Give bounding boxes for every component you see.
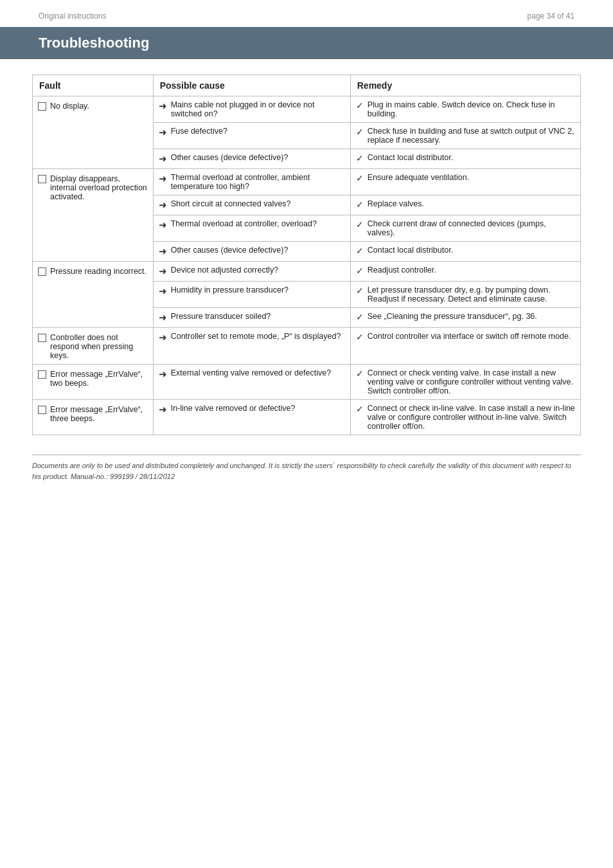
remedy-cell: ✓Ensure adequate ventilation. [350, 169, 580, 195]
table-row: Display disappears, internal overload pr… [33, 169, 581, 195]
fault-checkbox[interactable] [38, 175, 46, 183]
cause-text: Short circuit at connected valves? [171, 199, 291, 208]
remedy-text: Check fuse in building and fuse at switc… [368, 127, 575, 145]
remedy-text: Readjust controller. [368, 266, 436, 275]
remedy-row: ✓Check fuse in building and fuse at swit… [356, 127, 575, 145]
remedy-cell: ✓Readjust controller. [350, 262, 580, 282]
fault-content: Controller does not respond when pressin… [38, 333, 148, 360]
cause-row: ➜Pressure transducer soiled? [159, 312, 345, 323]
check-icon: ✓ [356, 153, 364, 163]
remedy-row: ✓Plug in mains cable. Switch device on. … [356, 100, 575, 118]
cause-row: ➜Mains cable not plugged in or device no… [159, 100, 345, 118]
remedy-text: Connect or check in-line valve. In case … [368, 404, 575, 431]
col-fault: Fault [33, 75, 154, 96]
arrow-icon: ➜ [159, 199, 167, 211]
cause-row: ➜Fuse defective? [159, 127, 345, 138]
arrow-icon: ➜ [159, 285, 167, 297]
remedy-cell: ✓Contact local distributor. [350, 149, 580, 169]
fault-cell: Error message „ErrValve“, three beeps. [33, 400, 154, 435]
remedy-text: Check current draw of connected devices … [368, 219, 575, 237]
fault-checkbox[interactable] [38, 267, 46, 276]
remedy-text: Plug in mains cable. Switch device on. C… [368, 100, 575, 118]
fault-checkbox[interactable] [38, 370, 46, 379]
cause-cell: ➜Humidity in pressure transducer? [153, 282, 350, 308]
remedy-cell: ✓Plug in mains cable. Switch device on. … [350, 96, 580, 123]
remedy-cell: ✓Let pressure transducer dry, e.g. by pu… [350, 282, 580, 308]
footer-line [32, 455, 581, 460]
troubleshooting-table: Fault Possible cause Remedy No display.➜… [32, 75, 581, 435]
check-icon: ✓ [356, 332, 364, 342]
check-icon: ✓ [356, 199, 364, 210]
check-icon: ✓ [356, 404, 364, 414]
cause-text: Thermal overload at controller, ambient … [171, 173, 345, 191]
cause-cell: ➜In-line valve removed or defective? [153, 400, 350, 435]
arrow-icon: ➜ [159, 100, 167, 112]
cause-text: Device not adjusted correctly? [171, 266, 278, 275]
cause-row: ➜In-line valve removed or defective? [159, 404, 345, 415]
table-row: Error message „ErrValve“, three beeps.➜I… [33, 400, 581, 435]
remedy-cell: ✓Contact local distributor. [350, 242, 580, 262]
cause-cell: ➜Other causes (device defective)? [153, 149, 350, 169]
check-icon: ✓ [356, 100, 364, 111]
col-remedy: Remedy [350, 75, 580, 96]
remedy-row: ✓Contact local distributor. [356, 153, 575, 163]
fault-checkbox[interactable] [38, 406, 46, 414]
cause-row: ➜Thermal overload at controller, ambient… [159, 173, 345, 191]
fault-cell: Display disappears, internal overload pr… [33, 169, 154, 262]
remedy-text: Contact local distributor. [368, 153, 453, 162]
cause-text: Humidity in pressure transducer? [171, 285, 289, 294]
cause-cell: ➜Fuse defective? [153, 123, 350, 149]
cause-row: ➜Humidity in pressure transducer? [159, 285, 345, 297]
remedy-cell: ✓Check fuse in building and fuse at swit… [350, 123, 580, 149]
cause-text: In-line valve removed or defective? [171, 404, 296, 413]
remedy-row: ✓Readjust controller. [356, 266, 575, 276]
remedy-row: ✓Ensure adequate ventilation. [356, 173, 575, 183]
header-center: page 34 of 41 [528, 12, 574, 21]
cause-row: ➜Device not adjusted correctly? [159, 266, 345, 277]
remedy-row: ✓Replace valves. [356, 199, 575, 210]
cause-text: Other causes (device defective)? [171, 246, 289, 255]
fault-checkbox[interactable] [38, 334, 46, 342]
check-icon: ✓ [356, 127, 364, 137]
fault-content: Pressure reading incorrect. [38, 267, 148, 276]
remedy-row: ✓Let pressure transducer dry, e.g. by pu… [356, 285, 575, 303]
fault-content: Error message „ErrValve“, three beeps. [38, 405, 148, 423]
cause-row: ➜External venting valve removed or defec… [159, 368, 345, 380]
arrow-icon: ➜ [159, 153, 167, 165]
remedy-cell: ✓Check current draw of connected devices… [350, 215, 580, 242]
cause-cell: ➜Other causes (device defective)? [153, 242, 350, 262]
fault-text: Error message „ErrValve“, three beeps. [50, 405, 148, 423]
check-icon: ✓ [356, 219, 364, 230]
remedy-cell: ✓Replace valves. [350, 195, 580, 215]
cause-text: External venting valve removed or defect… [171, 368, 331, 377]
fault-cell: No display. [33, 96, 154, 169]
check-icon: ✓ [356, 246, 364, 256]
cause-cell: ➜Pressure transducer soiled? [153, 308, 350, 328]
remedy-row: ✓Connect or check in-line valve. In case… [356, 404, 575, 431]
check-icon: ✓ [356, 285, 364, 296]
table-row: No display.➜Mains cable not plugged in o… [33, 96, 581, 123]
cause-text: Mains cable not plugged in or device not… [171, 100, 345, 118]
cause-cell: ➜Device not adjusted correctly? [153, 262, 350, 282]
fault-text: Error message „ErrValve“, two beeps. [50, 370, 148, 388]
arrow-icon: ➜ [159, 368, 167, 380]
cause-row: ➜Other causes (device defective)? [159, 246, 345, 257]
remedy-text: See „Cleaning the pressure transducer“, … [368, 312, 537, 321]
remedy-text: Replace valves. [368, 199, 424, 208]
fault-content: Display disappears, internal overload pr… [38, 174, 148, 201]
remedy-cell: ✓See „Cleaning the pressure transducer“,… [350, 308, 580, 328]
fault-checkbox[interactable] [38, 102, 46, 111]
table-row: Error message „ErrValve“, two beeps.➜Ext… [33, 365, 581, 400]
remedy-cell: ✓Control controller via interface or swi… [350, 328, 580, 365]
footer-text: Documents are only to be used and distri… [0, 460, 613, 494]
check-icon: ✓ [356, 266, 364, 276]
page-header: Original instructions page 34 of 41 [0, 0, 613, 27]
check-icon: ✓ [356, 312, 364, 322]
table-row: Pressure reading incorrect.➜Device not a… [33, 262, 581, 282]
fault-cell: Pressure reading incorrect. [33, 262, 154, 328]
remedy-row: ✓Check current draw of connected devices… [356, 219, 575, 237]
check-icon: ✓ [356, 173, 364, 183]
remedy-text: Control controller via interface or swit… [368, 332, 571, 341]
cause-cell: ➜External venting valve removed or defec… [153, 365, 350, 400]
main-content: Fault Possible cause Remedy No display.➜… [0, 75, 613, 435]
